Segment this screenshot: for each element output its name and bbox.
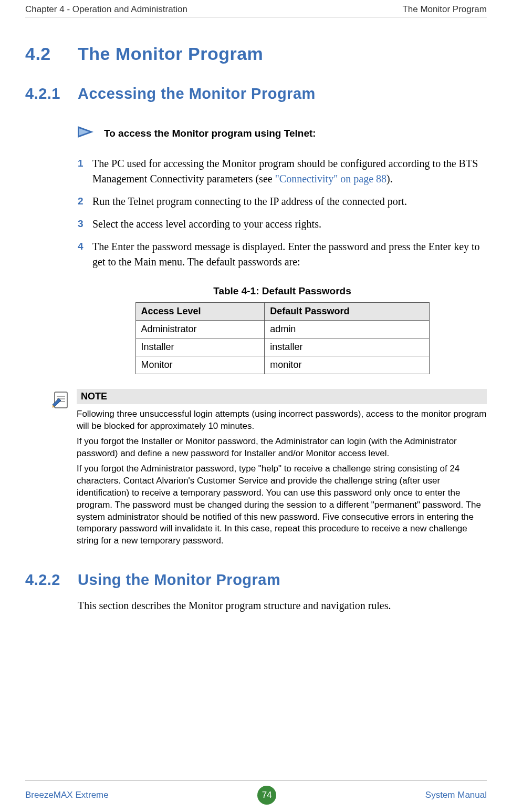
cross-reference-link[interactable]: "Connectivity" on page 88 <box>275 173 386 184</box>
procedure-heading: To access the Monitor program using Teln… <box>78 126 487 140</box>
step-number: 4 <box>78 239 92 270</box>
step-number: 2 <box>78 194 92 209</box>
footer-right: System Manual <box>425 790 487 800</box>
header-left: Chapter 4 - Operation and Administration <box>25 4 187 15</box>
table-row: Administrator admin <box>135 321 429 338</box>
table-cell: monitor <box>265 356 429 374</box>
body-paragraph: This section describes the Monitor progr… <box>78 598 487 613</box>
note-title: NOTE <box>77 389 487 404</box>
table-cell: admin <box>265 321 429 338</box>
step-1: 1 The PC used for accessing the Monitor … <box>78 156 487 187</box>
table-cell: Administrator <box>135 321 265 338</box>
table-cell: Installer <box>135 338 265 356</box>
step-4: 4 The Enter the password message is disp… <box>78 239 487 270</box>
section-number: 4.2.1 <box>25 85 78 102</box>
table-cell: installer <box>265 338 429 356</box>
note-paragraph: If you forgot the Administrator password… <box>77 463 487 548</box>
table-row: Monitor monitor <box>135 356 429 374</box>
default-passwords-table: Access Level Default Password Administra… <box>135 302 430 374</box>
procedure-title: To access the Monitor program using Teln… <box>104 128 316 139</box>
section-title: Accessing the Monitor Program <box>78 85 316 102</box>
arrowhead-icon <box>78 126 93 140</box>
step-3: 3 Select the access level according to y… <box>78 217 487 232</box>
step-text: Run the Telnet program connecting to the… <box>92 194 407 209</box>
table-row: Installer installer <box>135 338 429 356</box>
note-paragraph: Following three unsuccessful login attem… <box>77 408 487 433</box>
table-header: Access Level <box>135 303 265 321</box>
section-number: 4.2.2 <box>25 571 78 589</box>
step-number: 3 <box>78 217 92 232</box>
table-header: Default Password <box>265 303 429 321</box>
footer-left: BreezeMAX Extreme <box>25 790 109 800</box>
note-paragraph: If you forgot the Installer or Monitor p… <box>77 436 487 460</box>
step-text: The Enter the password message is displa… <box>92 239 487 270</box>
section-heading-4-2-1: 4.2.1 Accessing the Monitor Program <box>25 85 487 102</box>
step-2: 2 Run the Telnet program connecting to t… <box>78 194 487 209</box>
section-title: The Monitor Program <box>78 44 263 64</box>
section-heading-4-2: 4.2 The Monitor Program <box>25 44 487 64</box>
section-title: Using the Monitor Program <box>78 571 280 589</box>
section-heading-4-2-2: 4.2.2 Using the Monitor Program <box>25 571 487 589</box>
page-footer: BreezeMAX Extreme 74 System Manual <box>25 780 487 805</box>
header-right: The Monitor Program <box>402 4 487 15</box>
step-number: 1 <box>78 156 92 187</box>
page-number-badge: 74 <box>257 786 276 805</box>
section-number: 4.2 <box>25 44 78 64</box>
table-cell: Monitor <box>135 356 265 374</box>
table-caption: Table 4-1: Default Passwords <box>78 285 487 297</box>
note-block: NOTE Following three unsuccessful login … <box>51 389 487 550</box>
note-icon <box>51 401 71 412</box>
step-text-tail: ). <box>386 173 393 184</box>
svg-rect-2 <box>55 392 67 408</box>
step-text: Select the access level according to you… <box>92 217 321 232</box>
